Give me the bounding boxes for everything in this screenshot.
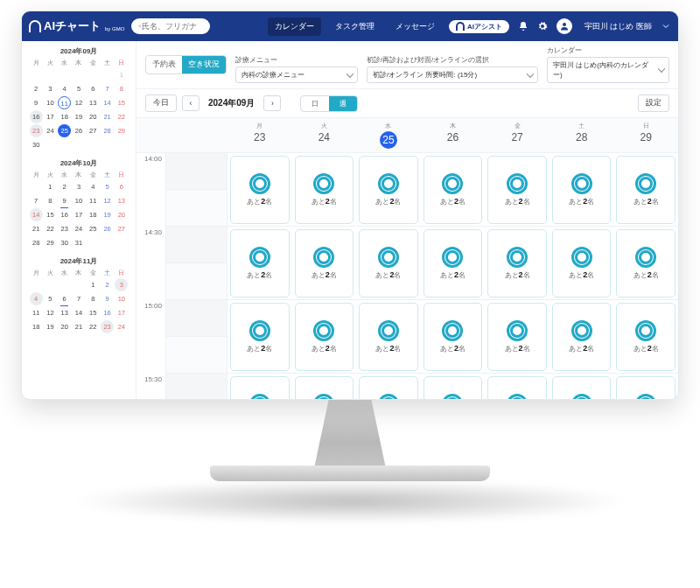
- gear-icon[interactable]: [537, 21, 548, 32]
- mini-day[interactable]: 12: [72, 96, 85, 109]
- tab-calendar[interactable]: カレンダー: [268, 18, 321, 36]
- mini-day[interactable]: 22: [115, 110, 128, 123]
- mini-day[interactable]: 14: [101, 96, 114, 109]
- mini-day[interactable]: 18: [30, 320, 43, 333]
- availability-slot[interactable]: あと2名: [613, 153, 678, 227]
- mini-day[interactable]: 8: [87, 292, 100, 305]
- mini-day[interactable]: 12: [44, 306, 57, 319]
- visit-select[interactable]: 初診/オンライン 所要時間: (15分): [367, 66, 538, 83]
- settings-button[interactable]: 設定: [638, 94, 669, 112]
- next-button[interactable]: ›: [263, 95, 281, 111]
- availability-slot[interactable]: あと2名: [228, 153, 292, 227]
- availability-slot[interactable]: あと2名: [292, 300, 357, 374]
- mini-day[interactable]: 26: [72, 124, 85, 137]
- availability-slot[interactable]: あと2名: [421, 153, 486, 227]
- mini-day[interactable]: 25: [87, 222, 100, 235]
- mini-day[interactable]: 15: [87, 306, 100, 319]
- availability-slot[interactable]: あと2名: [356, 227, 421, 300]
- availability-slot[interactable]: あと2名: [356, 374, 421, 399]
- mini-day[interactable]: 3: [44, 82, 57, 95]
- availability-slot[interactable]: あと2名: [421, 374, 486, 399]
- mini-day[interactable]: 17: [44, 110, 57, 123]
- availability-slot[interactable]: あと2名: [292, 374, 357, 399]
- range-week[interactable]: 週: [329, 96, 357, 111]
- mini-day[interactable]: 29: [44, 236, 57, 249]
- mini-day[interactable]: 23: [58, 222, 71, 235]
- mini-day[interactable]: 20: [87, 110, 100, 123]
- mini-day[interactable]: 5: [72, 82, 85, 95]
- availability-slot[interactable]: あと2名: [613, 300, 678, 374]
- mini-day[interactable]: 11: [58, 96, 71, 109]
- mini-day[interactable]: 14: [72, 306, 85, 319]
- mini-day[interactable]: 2: [58, 180, 71, 193]
- week-day-column[interactable]: 土28: [550, 118, 614, 152]
- mini-day[interactable]: 4: [58, 82, 71, 95]
- mini-day[interactable]: 12: [101, 194, 114, 207]
- mini-day[interactable]: 4: [30, 292, 43, 305]
- mini-day[interactable]: 9: [101, 292, 114, 305]
- mini-day[interactable]: 24: [115, 320, 128, 333]
- availability-slot[interactable]: あと2名: [228, 227, 292, 300]
- mini-day[interactable]: 31: [72, 236, 85, 249]
- mini-day[interactable]: 13: [58, 306, 71, 319]
- week-day-column[interactable]: 水25: [356, 118, 421, 152]
- mini-day[interactable]: 21: [72, 320, 85, 333]
- prev-button[interactable]: ‹: [182, 95, 200, 111]
- week-day-column[interactable]: 火24: [292, 118, 357, 152]
- range-toggle[interactable]: 日 週: [300, 95, 358, 112]
- mini-day[interactable]: 15: [44, 208, 57, 221]
- mini-day[interactable]: 22: [44, 222, 57, 235]
- bell-icon[interactable]: [518, 21, 528, 32]
- view-reservations[interactable]: 予約表: [146, 56, 182, 74]
- mini-day[interactable]: 7: [30, 194, 43, 207]
- mini-day[interactable]: 6: [115, 180, 128, 193]
- view-mode-toggle[interactable]: 予約表 空き状況: [145, 55, 227, 74]
- availability-slot[interactable]: あと2名: [550, 300, 614, 374]
- mini-day[interactable]: 26: [101, 222, 114, 235]
- mini-day[interactable]: 28: [101, 124, 114, 137]
- week-day-column[interactable]: 日29: [613, 118, 678, 152]
- mini-day[interactable]: 30: [30, 138, 43, 151]
- mini-day[interactable]: 23: [30, 124, 43, 137]
- mini-day[interactable]: 4: [87, 180, 100, 193]
- mini-day[interactable]: 27: [115, 222, 128, 235]
- availability-slot[interactable]: あと2名: [356, 153, 421, 227]
- mini-day[interactable]: 5: [44, 292, 57, 305]
- mini-day[interactable]: 10: [72, 194, 85, 207]
- mini-day[interactable]: 5: [101, 180, 114, 193]
- mini-day[interactable]: 10: [44, 96, 57, 109]
- range-day[interactable]: 日: [301, 96, 329, 111]
- availability-slot[interactable]: あと2名: [228, 374, 292, 399]
- mini-day[interactable]: 15: [115, 96, 128, 109]
- mini-day[interactable]: 18: [58, 110, 71, 123]
- mini-day[interactable]: 2: [101, 278, 114, 291]
- mini-day[interactable]: 7: [72, 292, 85, 305]
- mini-day[interactable]: 9: [58, 194, 71, 207]
- mini-day[interactable]: 17: [115, 306, 128, 319]
- availability-slot[interactable]: あと2名: [292, 227, 357, 300]
- mini-day[interactable]: 3: [72, 180, 85, 193]
- user-name[interactable]: 宇田川 はじめ 医師: [584, 21, 652, 32]
- mini-day[interactable]: 10: [115, 292, 128, 305]
- calendar-select[interactable]: 宇田川 はじめ(内科のカレンダー): [547, 57, 669, 83]
- availability-slot[interactable]: あと2名: [228, 300, 292, 374]
- mini-day[interactable]: 19: [72, 110, 85, 123]
- mini-day[interactable]: 16: [101, 306, 114, 319]
- menu-select[interactable]: 内科の診療メニュー: [235, 66, 358, 83]
- availability-slot[interactable]: あと2名: [613, 374, 678, 399]
- mini-day[interactable]: 11: [30, 306, 43, 319]
- availability-slot[interactable]: あと2名: [421, 227, 486, 300]
- mini-day[interactable]: 14: [30, 208, 43, 221]
- week-day-column[interactable]: 月23: [228, 118, 292, 152]
- mini-day[interactable]: 7: [101, 82, 114, 95]
- mini-day[interactable]: 13: [115, 194, 128, 207]
- mini-day[interactable]: 25: [58, 124, 71, 137]
- availability-slot[interactable]: あと2名: [421, 300, 486, 374]
- ai-assist-button[interactable]: AIアシスト: [449, 20, 509, 33]
- availability-slot[interactable]: あと2名: [485, 153, 550, 227]
- mini-day[interactable]: 16: [58, 208, 71, 221]
- availability-slot[interactable]: あと2名: [485, 374, 550, 399]
- tab-tasks[interactable]: タスク管理: [328, 18, 382, 36]
- mini-day[interactable]: 20: [115, 208, 128, 221]
- availability-slot[interactable]: あと2名: [550, 374, 614, 399]
